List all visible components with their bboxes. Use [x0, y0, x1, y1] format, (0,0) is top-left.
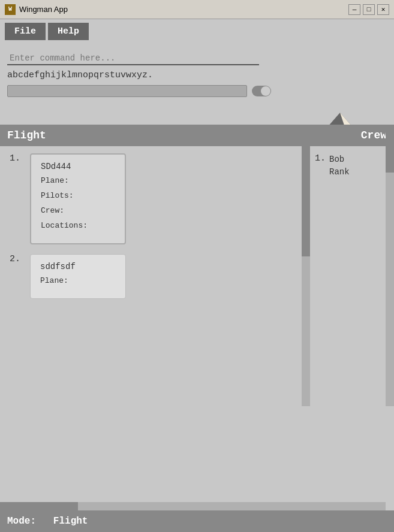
status-bar: Mode: Flight	[0, 510, 394, 532]
flight-item-2: 2. sddfsdf Plane:	[10, 254, 292, 299]
help-menu[interactable]: Help	[48, 23, 89, 40]
maximize-button[interactable]: □	[363, 4, 375, 15]
flight-panel-header: Flight	[0, 125, 302, 146]
crew-panel-header: Crew	[310, 125, 394, 146]
bottom-scrollbar[interactable]	[0, 502, 386, 510]
flight-number-1: 1.	[10, 153, 24, 164]
progress-bar	[7, 85, 247, 97]
file-menu[interactable]: File	[5, 23, 46, 40]
flight-field-plane-2: Plane:	[40, 276, 116, 285]
flight-card-1[interactable]: SDd444 Plane: Pilots: Crew: Locations:	[30, 153, 126, 244]
crew-info-1: Bob Rank	[329, 153, 350, 179]
flight-id-1: SDd444	[41, 162, 115, 171]
title-bar: W Wingman App — □ ✕	[0, 0, 394, 19]
flight-field-plane-1: Plane:	[41, 176, 115, 185]
toggle-knob	[261, 86, 270, 96]
command-input[interactable]	[7, 52, 259, 65]
status-mode-label: Mode:	[7, 516, 36, 527]
crew-number-1: 1.	[315, 153, 326, 164]
app-title: Wingman App	[19, 5, 348, 14]
menu-bar: File Help	[0, 19, 394, 44]
panels-wrapper: Flight 1. SDd444 Plane: Pilots: Crew: Lo…	[0, 125, 394, 406]
scrollbar-thumb	[302, 125, 310, 256]
minimize-button[interactable]: —	[348, 4, 360, 15]
flight-card-2[interactable]: sddfsdf Plane:	[30, 254, 126, 299]
status-text: Mode: Flight	[7, 516, 88, 527]
crew-item-1: 1. Bob Rank	[315, 153, 389, 179]
left-panel: Flight 1. SDd444 Plane: Pilots: Crew: Lo…	[0, 125, 302, 406]
flight-field-crew-1: Crew:	[41, 206, 115, 215]
outer-scrollbar[interactable]	[386, 125, 394, 406]
app-icon: W	[5, 4, 16, 15]
flight-item-1: 1. SDd444 Plane: Pilots: Crew: Locations…	[10, 153, 292, 244]
bottom-scrollbar-thumb	[0, 502, 78, 510]
alphabet-display: abcdefghijklmnopqrstuvwxyz.	[7, 70, 387, 80]
vertical-scrollbar[interactable]	[302, 125, 310, 406]
command-area	[7, 49, 387, 65]
flight-field-locations-1: Locations:	[41, 221, 115, 230]
window-controls: — □ ✕	[348, 4, 389, 15]
progress-area	[7, 85, 387, 97]
flight-field-pilots-1: Pilots:	[41, 191, 115, 200]
crew-rank-1: Rank	[329, 166, 350, 179]
flight-number-2: 2.	[10, 254, 24, 264]
close-button[interactable]: ✕	[377, 4, 389, 15]
crew-panel-content: 1. Bob Rank	[310, 146, 394, 406]
main-content: wingman abcdefghijklmnopqrstuvwxyz.	[0, 44, 394, 125]
toggle-button[interactable]	[252, 86, 271, 96]
status-mode-value: Flight	[53, 516, 88, 527]
right-panel: Crew 1. Bob Rank	[310, 125, 394, 406]
outer-scrollbar-thumb	[386, 125, 394, 173]
crew-name-1: Bob	[329, 153, 350, 166]
flight-id-2: sddfsdf	[40, 262, 116, 271]
flight-panel-content[interactable]: 1. SDd444 Plane: Pilots: Crew: Locations…	[0, 146, 302, 406]
